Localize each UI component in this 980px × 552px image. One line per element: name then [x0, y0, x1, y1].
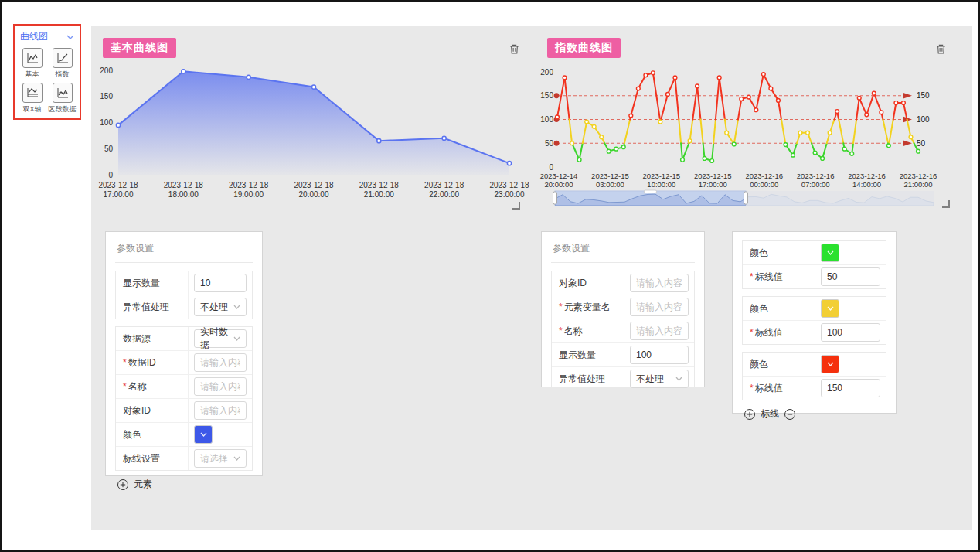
remove-markline-button[interactable] [784, 408, 796, 421]
line-color-picker[interactable] [194, 425, 213, 444]
add-element-button[interactable] [117, 479, 129, 491]
circle-plus-icon [117, 479, 129, 491]
panel-title: 参数设置 [115, 240, 253, 263]
display-count-input[interactable] [194, 274, 247, 292]
palette-item-range-data[interactable]: 区段数据 [48, 83, 77, 114]
svg-text:2023-12-16: 2023-12-16 [900, 172, 937, 180]
data-id-input[interactable] [194, 353, 247, 372]
svg-text:2023-12-18: 2023-12-18 [229, 181, 269, 189]
form-row: * 数据ID [116, 351, 252, 375]
markline-color-picker[interactable] [821, 244, 839, 262]
delete-index-chart-icon[interactable] [935, 43, 948, 56]
svg-text:2023-12-15: 2023-12-15 [643, 172, 681, 180]
svg-text:2023-12-18: 2023-12-18 [489, 181, 529, 189]
markline-value-input[interactable] [821, 267, 880, 286]
chevron-down-icon [827, 250, 834, 255]
palette-title: 曲线图 [20, 30, 48, 43]
svg-text:100: 100 [540, 115, 553, 124]
svg-text:50: 50 [545, 139, 554, 148]
app-window: 曲线图 基本 指数 [0, 0, 980, 552]
basic-chart-settings-panel: 参数设置 显示数量 异常值处理 不处理 数据源 [105, 231, 263, 476]
basic-chart-resize-handle[interactable] [512, 202, 520, 210]
svg-text:19:00:00: 19:00:00 [233, 190, 264, 199]
delete-basic-chart-icon[interactable] [509, 43, 521, 56]
index-chart-resize-handle[interactable] [942, 200, 950, 208]
svg-text:20:00:00: 20:00:00 [299, 190, 329, 199]
add-markline-button[interactable] [744, 408, 756, 421]
palette-item-basic[interactable]: 基本 [18, 48, 46, 80]
form-row: * 标线值 [743, 377, 886, 400]
svg-text:23:00:00: 23:00:00 [495, 190, 525, 199]
svg-text:200: 200 [540, 68, 553, 77]
markline-color-picker[interactable] [821, 299, 839, 318]
required-asterisk: * [123, 381, 127, 392]
required-asterisk: * [123, 357, 127, 368]
index-chart-title: 指数曲线图 [547, 38, 621, 58]
svg-text:22:00:00: 22:00:00 [429, 190, 459, 199]
chevron-down-icon [66, 34, 74, 40]
object-id-input[interactable] [194, 401, 247, 420]
chevron-down-icon [827, 306, 834, 311]
basic-line-chart-icon [26, 51, 39, 65]
required-asterisk: * [559, 325, 563, 336]
svg-text:2023-12-18: 2023-12-18 [164, 181, 204, 189]
widget-palette: 曲线图 基本 指数 [13, 24, 81, 120]
required-asterisk: * [750, 383, 754, 394]
markline-settings-panel: 颜色 * 标线值 颜色 [732, 231, 897, 414]
add-markline-label: 标线 [761, 407, 779, 421]
svg-text:18:00:00: 18:00:00 [168, 190, 199, 199]
form-row: 异常值处理 不处理 [116, 295, 252, 319]
index-curve-chart[interactable]: 050100150200501001502023-12-1420:00:0020… [541, 66, 962, 189]
markline-value-input[interactable] [821, 379, 880, 397]
circle-minus-icon [784, 408, 796, 421]
name-input[interactable] [630, 322, 689, 340]
chevron-down-icon [233, 305, 240, 309]
form-row: 数据源 实时数据 [116, 327, 252, 351]
svg-text:2023-12-18: 2023-12-18 [359, 181, 400, 189]
palette-header[interactable]: 曲线图 [15, 26, 80, 45]
chevron-down-icon [675, 377, 682, 381]
svg-text:50: 50 [917, 139, 926, 148]
outlier-handling-select[interactable]: 不处理 [630, 370, 689, 388]
data-source-select[interactable]: 实时数据 [194, 329, 247, 348]
palette-item-dual-x-axis[interactable]: 双X轴 [18, 83, 46, 114]
chevron-down-icon [233, 456, 240, 461]
markline-group: 颜色 * 标线值 [742, 296, 886, 345]
svg-text:2023-12-15: 2023-12-15 [694, 172, 732, 180]
markline-setting-select[interactable]: 请选择 [194, 449, 247, 468]
required-asterisk: * [750, 271, 754, 282]
display-count-input[interactable] [630, 346, 689, 364]
range-data-chart-icon [56, 86, 70, 100]
form-row: 对象ID [116, 399, 252, 423]
svg-text:21:00:00: 21:00:00 [904, 180, 933, 189]
object-id-input[interactable] [630, 274, 689, 292]
form-row: 对象ID [552, 271, 694, 295]
element-variable-input[interactable] [630, 298, 689, 316]
chevron-down-icon [827, 362, 834, 366]
palette-item-index[interactable]: 指数 [48, 48, 77, 80]
form-row: * 元素变量名 [552, 295, 694, 319]
form-row: 标线设置 请选择 [116, 447, 252, 470]
datazoom-slider[interactable] [555, 190, 934, 207]
dual-x-axis-chart-icon [26, 86, 39, 100]
svg-text:150: 150 [100, 92, 113, 101]
svg-text:2023-12-16: 2023-12-16 [745, 172, 783, 180]
svg-text:0: 0 [549, 163, 553, 172]
required-asterisk: * [559, 302, 563, 312]
svg-text:03:00:00: 03:00:00 [596, 180, 624, 189]
markline-color-picker[interactable] [821, 355, 839, 373]
basic-curve-chart[interactable]: 0501001502002023-12-1817:00:002023-12-18… [97, 64, 538, 216]
svg-text:17:00:00: 17:00:00 [104, 190, 134, 199]
outlier-handling-select[interactable]: 不处理 [194, 298, 247, 316]
svg-text:20:00:00: 20:00:00 [545, 180, 573, 189]
svg-text:17:00:00: 17:00:00 [699, 180, 727, 189]
name-input[interactable] [194, 377, 247, 396]
index-chart-settings-panel: 参数设置 对象ID * 元素变量名 * 名称 显示数量 [541, 231, 705, 387]
svg-text:100: 100 [100, 118, 113, 127]
basic-chart-title: 基本曲线图 [103, 38, 176, 58]
markline-value-input[interactable] [821, 323, 880, 342]
form-row: 显示数量 [116, 271, 252, 295]
form-row: * 名称 [552, 319, 694, 343]
required-asterisk: * [750, 327, 754, 338]
svg-text:2023-12-16: 2023-12-16 [848, 172, 886, 180]
